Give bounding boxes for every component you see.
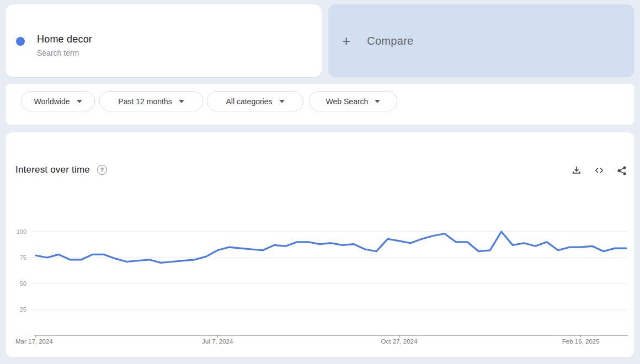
dropdown-arrow-icon [179,100,184,103]
svg-text:Mar 17, 2024: Mar 17, 2024 [15,338,53,345]
filter-category-dropdown[interactable]: All categories [207,91,303,111]
filter-time-label: Past 12 months [118,97,172,106]
dropdown-arrow-icon [77,100,82,103]
svg-text:75: 75 [20,254,26,261]
svg-text:Jul 7, 2024: Jul 7, 2024 [202,338,233,345]
series-color-dot-icon [16,37,25,46]
compare-label: Compare [367,35,413,47]
svg-text:50: 50 [20,280,26,287]
filter-search-type-dropdown[interactable]: Web Search [309,91,397,111]
interest-line-chart[interactable]: 100755025Mar 17, 2024Jul 7, 2024Oct 27, … [6,132,634,357]
filter-search-type-label: Web Search [326,97,369,106]
filter-region-dropdown[interactable]: Worldwide [21,91,95,111]
filter-bar: Worldwide Past 12 months All categories … [6,84,634,125]
dropdown-arrow-icon [375,100,380,103]
svg-text:Feb 16, 2025: Feb 16, 2025 [562,338,600,345]
dropdown-arrow-icon [279,100,285,103]
filter-time-dropdown[interactable]: Past 12 months [99,91,203,111]
interest-over-time-card: Interest over time ? 100755025Mar 17, 20… [6,132,634,357]
search-term-subtitle: Search term [37,49,79,57]
filter-category-label: All categories [226,97,272,106]
filter-region-label: Worldwide [34,97,70,106]
svg-text:Oct 27, 2024: Oct 27, 2024 [381,338,418,345]
search-term-card[interactable]: Home decor Search term [6,4,322,77]
svg-text:25: 25 [20,306,26,313]
plus-icon: + [342,34,350,48]
compare-add-term-button[interactable]: + Compare [328,4,634,77]
svg-text:100: 100 [17,228,26,235]
search-term-title: Home decor [37,34,92,45]
